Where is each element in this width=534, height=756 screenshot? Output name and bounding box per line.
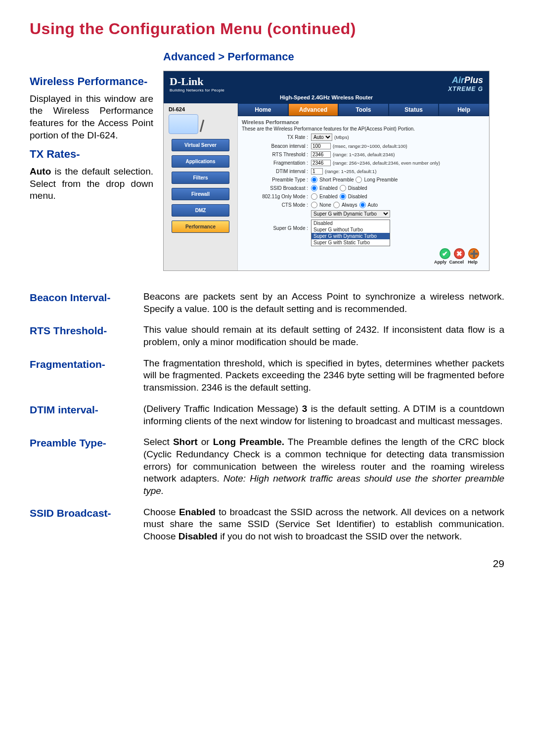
ssid-disabled-radio[interactable] (340, 185, 346, 191)
rts-hint: (range: 1~2346, default:2346) (333, 152, 395, 157)
wireless-performance-text: Displayed in this window are the Wireles… (30, 93, 153, 142)
breadcrumb: Advanced > Performance (163, 50, 504, 63)
ssid-enabled-label: Enabled (319, 185, 338, 191)
tx-rates-heading: TX Rates- (30, 147, 153, 162)
beacon-label: Beacon interval : (242, 143, 311, 149)
tab-status[interactable]: Status (389, 103, 439, 116)
def-frag-body: The fragmentation threshold, which is sp… (143, 357, 504, 394)
sidebar-item-filters[interactable]: Filters (172, 172, 229, 184)
beacon-input[interactable] (311, 143, 331, 149)
def-rts-term: RTS Threshold- (30, 324, 143, 348)
panel-title: Wireless Performance (242, 119, 485, 125)
def-dtim-body: (Delivery Traffic Indication Message) 3 … (143, 403, 504, 427)
tx-rate-label: TX Rate : (242, 134, 311, 140)
device-image (169, 114, 198, 134)
router-model: DI-624 (169, 106, 232, 112)
page-title: Using the Configuration Menu (continued) (30, 20, 504, 38)
def-beacon-body: Beacons are packets sent by an Access Po… (143, 291, 504, 315)
tx-rate-select[interactable]: Auto (311, 133, 332, 141)
gonly-enabled-radio[interactable] (311, 193, 317, 200)
superg-label: Super G Mode : (242, 225, 311, 231)
frag-label: Fragmentation : (242, 160, 311, 166)
sidebar-item-dmz[interactable]: DMZ (172, 204, 229, 217)
brand-plus: Plus (464, 75, 483, 85)
dlink-logo: D-Link (170, 75, 203, 88)
router-sidebar: DI-624 Virtual Server Applications Filte… (164, 103, 238, 270)
def-dtim-term: DTIM interval- (30, 403, 143, 427)
tx-rates-text: Auto is the default selection. Select fr… (30, 166, 153, 202)
airplus-logo: AirPlus XTREME G (448, 75, 483, 92)
sidebar-item-virtual-server[interactable]: Virtual Server (172, 139, 229, 151)
preamble-label: Preamble Type : (242, 177, 311, 182)
page-number: 29 (30, 558, 504, 570)
tx-rates-auto: Auto (30, 166, 51, 177)
def-frag-term: Fragmentation- (30, 357, 143, 394)
gonly-disabled-label: Disabled (348, 194, 367, 199)
preamble-short-radio[interactable] (311, 177, 317, 183)
tab-help[interactable]: Help (439, 103, 489, 116)
def-ssid-body: Choose Enabled to broadcast the SSID acr… (143, 506, 504, 543)
panel-desc: These are the Wireless Performance featu… (242, 126, 485, 132)
superg-dropdown-open[interactable]: Disabled Super G without Turbo Super G w… (311, 220, 390, 246)
sidebar-item-performance[interactable]: Performance (172, 221, 229, 233)
router-main: Home Advanced Tools Status Help Wireless… (238, 103, 489, 270)
rts-label: RTS Threshold : (242, 152, 311, 157)
rts-input[interactable] (311, 151, 331, 158)
gonly-label: 802.11g Only Mode : (242, 194, 311, 199)
tx-rate-unit: (Mbps) (334, 134, 349, 140)
def-preamble-term: Preamble Type- (30, 436, 143, 497)
help-label: Help (465, 260, 480, 265)
sidebar-item-firewall[interactable]: Firewall (172, 188, 229, 200)
cts-always-radio[interactable] (333, 202, 340, 208)
brand-xtreme: XTREME G (448, 86, 483, 92)
tab-advanced[interactable]: Advanced (288, 103, 339, 116)
help-icon[interactable]: ➕ (468, 248, 479, 259)
router-header: D-Link Building Networks for People AirP… (164, 71, 489, 94)
def-preamble-body: Select Short or Long Preamble. The Pream… (143, 436, 504, 497)
cts-auto-label: Auto (368, 202, 378, 208)
cancel-label: Cancel (449, 260, 464, 265)
gonly-enabled-label: Enabled (319, 194, 338, 199)
apply-label: Apply (433, 260, 447, 265)
preamble-long-label: Long Preamble (364, 177, 398, 182)
dtim-hint: (range: 1~255, default:1) (325, 169, 376, 174)
frag-input[interactable] (311, 160, 331, 166)
def-rts-body: This value should remain at its default … (143, 324, 504, 348)
tab-home[interactable]: Home (238, 103, 288, 116)
ssid-enabled-radio[interactable] (311, 185, 317, 191)
brand-air: Air (452, 75, 464, 85)
tab-tools[interactable]: Tools (338, 103, 389, 116)
dlink-tagline: Building Networks for People (170, 88, 224, 92)
action-row: ✔ ✖ ➕ Apply Cancel Help (242, 248, 485, 265)
router-admin-screenshot: D-Link Building Networks for People AirP… (163, 71, 490, 271)
gonly-disabled-radio[interactable] (340, 193, 346, 200)
superg-opt-without-turbo[interactable]: Super G without Turbo (312, 226, 390, 233)
cts-none-radio[interactable] (311, 202, 317, 208)
ssid-disabled-label: Disabled (348, 185, 367, 191)
router-subheader: High-Speed 2.4GHz Wireless Router (164, 94, 489, 103)
superg-select[interactable]: Super G with Dynamic Turbo (311, 210, 390, 218)
beacon-hint: (msec, range:20~1000, default:100) (333, 143, 407, 149)
def-beacon-term: Beacon Interval- (30, 291, 143, 315)
cts-none-label: None (319, 202, 331, 208)
wireless-performance-heading: Wireless Performance- (30, 75, 153, 89)
sidebar-item-applications[interactable]: Applications (172, 155, 229, 168)
preamble-long-radio[interactable] (356, 177, 362, 183)
dtim-label: DTIM interval : (242, 169, 311, 174)
frag-hint: (range: 256~2346, default:2346, even num… (333, 160, 440, 166)
definitions: Beacon Interval- Beacons are packets sen… (30, 291, 504, 543)
left-description: Wireless Performance- Displayed in this … (30, 71, 153, 208)
dtim-input[interactable] (311, 168, 323, 175)
apply-icon[interactable]: ✔ (440, 248, 450, 259)
cancel-icon[interactable]: ✖ (454, 248, 465, 259)
superg-opt-static-turbo[interactable]: Super G with Static Turbo (312, 239, 390, 246)
superg-opt-disabled[interactable]: Disabled (312, 220, 390, 226)
cts-auto-radio[interactable] (359, 202, 366, 208)
cts-label: CTS Mode : (242, 202, 311, 208)
def-ssid-term: SSID Broadcast- (30, 506, 143, 543)
preamble-short-label: Short Preamble (319, 177, 354, 182)
cts-always-label: Always (342, 202, 357, 208)
ssid-label: SSID Broadcast : (242, 185, 311, 191)
superg-opt-dynamic-turbo[interactable]: Super G with Dynamic Turbo (312, 233, 390, 239)
